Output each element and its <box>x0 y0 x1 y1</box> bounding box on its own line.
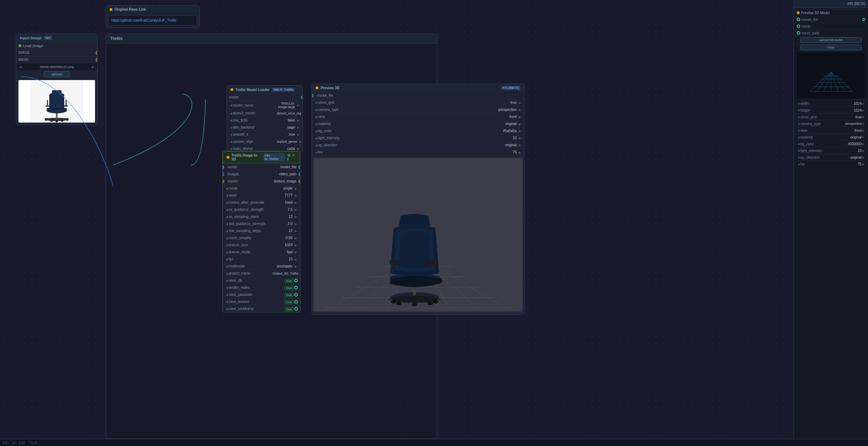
slg-arrow-l[interactable]: ◀ <box>225 222 229 226</box>
load-image-row[interactable]: Load Image <box>16 42 97 49</box>
rp-li-arrow-l[interactable]: ◀ <box>797 149 800 152</box>
attn-arrow-r[interactable]: ▶ <box>296 126 300 129</box>
view-arrow-l[interactable]: ◀ <box>314 115 318 119</box>
rp-height-arrow-r[interactable]: ▶ <box>862 109 865 112</box>
li-arrow-r[interactable]: ▶ <box>518 136 522 140</box>
rp-height-arrow-l[interactable]: ◀ <box>797 109 800 112</box>
fp16-arrow-r[interactable]: ▶ <box>296 119 300 122</box>
spconv-arrow-r[interactable]: ▶ <box>299 140 303 143</box>
preview-3d-viewport[interactable] <box>313 157 523 313</box>
rp-ud-row: ◀ up_direction original ▶ <box>795 154 867 160</box>
rv-arrow-l[interactable]: ◀ <box>225 286 229 289</box>
rp-width-arrow-l[interactable]: ◀ <box>797 102 800 105</box>
filename-arrow-right[interactable]: ▶ <box>91 65 95 69</box>
ctrl-arrow-r[interactable]: ▶ <box>294 201 298 204</box>
fp16-arrow-l[interactable]: ◀ <box>229 119 233 122</box>
bgc-arrow-r[interactable]: ▶ <box>518 129 522 133</box>
upload-3d-button[interactable]: upload 3d model <box>800 37 862 43</box>
mm-arrow-l[interactable]: ◀ <box>225 265 229 268</box>
ss-steps-row: ◀ ss_sampling_steps 12 ▶ <box>223 213 300 220</box>
view-arrow-r[interactable]: ▶ <box>518 115 522 119</box>
ms-arrow-l[interactable]: ◀ <box>225 236 229 240</box>
fov-arrow-r[interactable]: ▶ <box>518 151 522 154</box>
filename-arrow-left[interactable]: ◀ <box>18 65 22 69</box>
rp-bgc-arrow-r[interactable]: ▶ <box>862 142 865 146</box>
spconv-arrow-l[interactable]: ◀ <box>229 140 233 143</box>
model-name-arrow-l[interactable]: ◀ <box>229 103 233 107</box>
rp-fov-arrow-r[interactable]: ▶ <box>862 163 865 166</box>
ts-arrow-r[interactable]: ▶ <box>294 243 298 247</box>
fov-arrow-l[interactable]: ◀ <box>314 151 318 154</box>
ud-arrow-r[interactable]: ▶ <box>518 143 522 147</box>
li-arrow-l[interactable]: ◀ <box>314 136 318 140</box>
ssg-arrow-l[interactable]: ◀ <box>225 208 229 211</box>
fps-arrow-l[interactable]: ◀ <box>225 258 229 261</box>
mm-arrow-r[interactable]: ▶ <box>294 265 298 268</box>
sw-arrow-l[interactable]: ◀ <box>225 307 229 311</box>
ts-arrow-l[interactable]: ◀ <box>225 243 229 247</box>
sls-arrow-r[interactable]: ▶ <box>294 229 298 233</box>
sdb-connector <box>294 279 298 282</box>
attn-arrow-l[interactable]: ◀ <box>229 126 233 129</box>
rp-li-arrow-r[interactable]: ▶ <box>862 149 865 152</box>
sg-arrow-l[interactable]: ◀ <box>225 293 229 297</box>
camtype-arrow-r[interactable]: ▶ <box>518 108 522 112</box>
sls-val: 12 <box>271 229 294 233</box>
camtype-arrow-l[interactable]: ◀ <box>314 108 318 112</box>
rp-mat-arrow-l[interactable]: ◀ <box>797 136 800 139</box>
rp-view-arrow-r[interactable]: ▶ <box>862 129 865 132</box>
fps-arrow-r[interactable]: ▶ <box>294 258 298 261</box>
pn-arrow-r[interactable]: ▶ <box>300 272 300 275</box>
mode-arrow-l[interactable]: ◀ <box>225 187 229 190</box>
trellis-title: Trellis <box>106 34 437 44</box>
model-name-arrow-r[interactable]: ▶ <box>296 103 300 107</box>
ms-arrow-r[interactable]: ▶ <box>294 236 298 240</box>
mat-arrow-r[interactable]: ▶ <box>518 122 522 126</box>
rp-mat-arrow-r[interactable]: ▶ <box>862 136 865 139</box>
device-arrow-r[interactable]: ▶ <box>296 147 300 151</box>
mat-arrow-l[interactable]: ◀ <box>314 122 318 126</box>
rp-fov-arrow-l[interactable]: ◀ <box>797 163 800 166</box>
sss-arrow-l[interactable]: ◀ <box>225 215 229 219</box>
mode-arrow-r[interactable]: ▶ <box>294 187 298 190</box>
seed-arrow-r[interactable]: ▶ <box>294 194 298 197</box>
upload-row[interactable]: upload <box>16 70 97 78</box>
smooth-arrow-r[interactable]: ▶ <box>296 133 300 136</box>
sss-arrow-r[interactable]: ▶ <box>294 215 298 219</box>
sls-arrow-l[interactable]: ◀ <box>225 229 229 233</box>
rp-mesh-row: mesh_path <box>795 29 867 36</box>
rp-ud-arrow-l[interactable]: ◀ <box>797 156 800 159</box>
pn-arrow-l[interactable]: ◀ <box>225 272 229 275</box>
rp-clear-row[interactable]: clear <box>795 44 867 51</box>
rp-sg-arrow-l[interactable]: ◀ <box>797 115 800 119</box>
rp-mat-val: original <box>850 135 862 139</box>
rp-ud-arrow-r[interactable]: ▶ <box>862 156 865 159</box>
rp-view-arrow-l[interactable]: ◀ <box>797 129 800 132</box>
seed-arrow-l[interactable]: ◀ <box>225 194 229 197</box>
rp-sg-arrow-r[interactable]: ▶ <box>862 115 865 119</box>
clear-button[interactable]: clear <box>800 45 862 50</box>
tm-arrow-l[interactable]: ◀ <box>225 250 229 254</box>
load-image-label[interactable]: Load Image <box>23 44 43 48</box>
rp-ct-arrow-r[interactable]: ▶ <box>862 122 865 125</box>
rp-bgc-arrow-l[interactable]: ◀ <box>797 142 800 146</box>
ud-arrow-l[interactable]: ◀ <box>314 143 318 147</box>
ctrl-arrow-l[interactable]: ◀ <box>225 201 229 204</box>
dinov2-arrow-l[interactable]: ◀ <box>229 112 233 115</box>
stx-arrow-l[interactable]: ◀ <box>225 300 229 304</box>
ssg-arrow-r[interactable]: ▶ <box>294 208 298 211</box>
bgc-arrow-l[interactable]: ◀ <box>314 129 318 133</box>
rp-ct-arrow-l[interactable]: ◀ <box>797 122 800 125</box>
device-arrow-l[interactable]: ◀ <box>229 147 233 151</box>
upload-button[interactable]: upload <box>44 71 69 77</box>
showgrid-arrow-l[interactable]: ◀ <box>314 101 318 105</box>
sdb-arrow-l[interactable]: ◀ <box>225 279 229 282</box>
right-preview-viewport[interactable] <box>797 52 865 98</box>
rp-width-arrow-r[interactable]: ▶ <box>862 102 865 105</box>
smooth-arrow-l[interactable]: ◀ <box>229 133 233 136</box>
rp-upload-row[interactable]: upload 3d model <box>795 36 867 44</box>
showgrid-arrow-r[interactable]: ▶ <box>518 101 522 105</box>
tm-arrow-r[interactable]: ▶ <box>294 250 298 254</box>
slg-arrow-r[interactable]: ▶ <box>294 222 298 226</box>
preview-3d-node: Preview 3D #75 [BETA] model_file ◀ show_… <box>312 84 524 315</box>
